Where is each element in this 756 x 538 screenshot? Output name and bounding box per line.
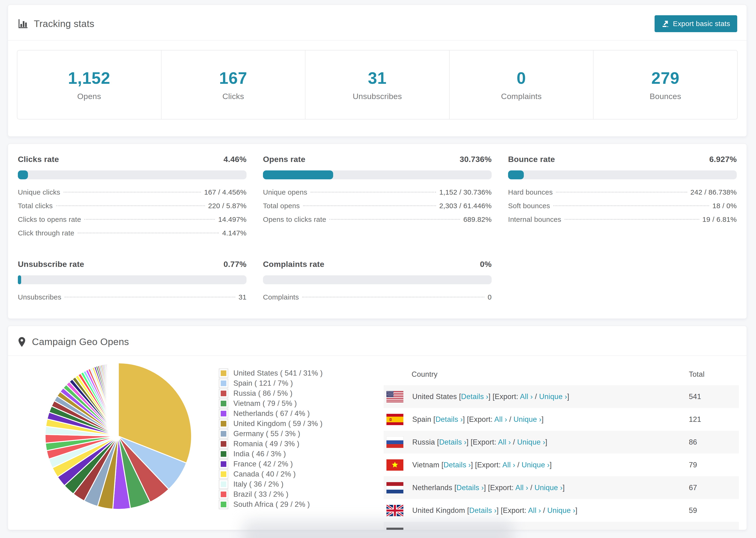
country-row-nl: Netherlands [Details ›] [Export: All › /… <box>384 476 739 499</box>
rate-title: Unsubscribe rate <box>18 260 84 269</box>
tracking-stats-card: Tracking stats Export basic stats 1,152O… <box>8 5 747 136</box>
rate-value: 4.46% <box>224 155 246 164</box>
dotted-leader <box>553 205 709 206</box>
slash: / <box>519 529 525 530</box>
legend-item-italy[interactable]: Italy ( 36 / 2% ) <box>219 479 323 489</box>
country-name: United Kingdom <box>412 506 465 514</box>
rate-detail-row: Unique clicks167 / 4.456% <box>18 188 246 202</box>
country-links: Russia [Details ›] [Export: All › / Uniq… <box>412 438 547 447</box>
export-unique-link[interactable]: Unique › <box>547 506 575 514</box>
slash: / <box>528 484 535 492</box>
export-unique-link[interactable]: Unique › <box>517 438 545 446</box>
bracket: ] <box>553 529 555 530</box>
rate-panel-bounce-rate: Bounce rate6.927%Hard bounces242 / 86.73… <box>508 155 737 243</box>
bracket: ] <box>567 393 569 401</box>
legend-item-india[interactable]: India ( 46 / 3% ) <box>219 449 323 459</box>
legend-item-germany[interactable]: Germany ( 55 / 3% ) <box>219 429 323 439</box>
rate-panel-header: Unsubscribe rate0.77% <box>18 260 246 269</box>
export-icon <box>662 20 669 27</box>
export-unique-link[interactable]: Unique › <box>513 415 542 423</box>
rate-detail-label: Unsubscribes <box>18 293 61 301</box>
legend-item-romania[interactable]: Romania ( 49 / 3% ) <box>219 439 323 449</box>
legend-item-canada[interactable]: Canada ( 40 / 2% ) <box>219 469 323 479</box>
legend-item-russia[interactable]: Russia ( 86 / 5% ) <box>219 388 323 398</box>
dotted-leader <box>556 192 687 192</box>
export-all-link[interactable]: All › <box>498 438 511 446</box>
rate-title: Complaints rate <box>263 260 324 269</box>
rate-detail-label: Hard bounces <box>508 188 553 196</box>
details-link[interactable]: Details › <box>444 461 471 469</box>
rate-detail-row: Internal bounces19 / 6.81% <box>508 215 737 229</box>
bracket: ] <box>545 438 547 446</box>
rate-detail-value: 18 / 0% <box>712 202 737 210</box>
details-link[interactable]: Details › <box>457 484 484 492</box>
export-unique-link[interactable]: Unique › <box>539 393 567 401</box>
details-link[interactable]: Details › <box>436 415 463 423</box>
details-link[interactable]: Details › <box>469 506 497 514</box>
rate-panel-clicks-rate: Clicks rate4.46%Unique clicks167 / 4.456… <box>18 155 246 243</box>
details-link[interactable]: Details › <box>439 438 466 446</box>
legend-swatch <box>219 429 228 439</box>
details-link[interactable]: Details › <box>461 393 488 401</box>
total-cell: 121 <box>689 415 739 424</box>
legend-item-brazil[interactable]: Brazil ( 33 / 2% ) <box>219 489 323 499</box>
country-row-es: Spain [Details ›] [Export: All › / Uniqu… <box>384 408 739 431</box>
rate-progress-fill <box>508 170 524 179</box>
export-label: ] [Export: <box>488 393 520 401</box>
rate-panel-header: Bounce rate6.927% <box>508 155 737 164</box>
export-basic-stats-button[interactable]: Export basic stats <box>655 15 737 32</box>
geo-opens-pie-chart <box>43 361 193 511</box>
export-all-link[interactable]: All › <box>520 393 533 401</box>
rate-detail-value: 19 / 6.81% <box>702 215 737 224</box>
flag-icon-vn <box>387 459 404 471</box>
legend-item-united-states[interactable]: United States ( 541 / 31% ) <box>219 368 323 378</box>
geo-country-table: Country Total United States [Details ›] … <box>384 364 739 530</box>
slash: / <box>541 506 547 514</box>
stat-value: 0 <box>517 69 526 87</box>
export-unique-link[interactable]: Unique › <box>525 529 553 530</box>
country-name: Netherlands <box>412 484 452 492</box>
dotted-leader <box>565 219 699 220</box>
export-all-link[interactable]: All › <box>503 461 515 469</box>
rate-detail-row: Soft bounces18 / 0% <box>508 202 737 215</box>
legend-item-spain[interactable]: Spain ( 121 / 7% ) <box>219 378 323 388</box>
legend-item-south-africa[interactable]: South Africa ( 29 / 2% ) <box>219 499 323 510</box>
flag-icon-ru <box>387 437 404 448</box>
legend-swatch <box>219 389 228 398</box>
stat-box-unsubscribes: 31Unsubscribes <box>305 50 449 119</box>
rate-detail-value: 242 / 86.738% <box>690 188 737 196</box>
page-title: Tracking stats <box>34 18 94 29</box>
pie-slice-other <box>118 363 118 436</box>
country-name: Spain <box>412 415 431 423</box>
legend-item-united-kingdom[interactable]: United Kingdom ( 59 / 3% ) <box>219 418 323 429</box>
export-unique-link[interactable]: Unique › <box>535 484 563 492</box>
bracket: [ <box>457 393 461 401</box>
export-all-link[interactable]: All › <box>515 484 528 492</box>
export-all-link[interactable]: All › <box>494 415 507 423</box>
rate-progress-fill <box>263 170 333 179</box>
rate-detail-label: Complaints <box>263 293 299 301</box>
rate-progress-fill <box>18 170 28 179</box>
legend-item-france[interactable]: France ( 42 / 2% ) <box>219 459 323 469</box>
bracket: ] <box>550 461 552 469</box>
rate-detail-row: Total opens2,303 / 61.446% <box>263 202 492 215</box>
total-cell: 67 <box>689 484 739 492</box>
country-links: Vietnam [Details ›] [Export: All › / Uni… <box>412 461 552 469</box>
export-all-link[interactable]: All › <box>528 506 541 514</box>
legend-item-vietnam[interactable]: Vietnam ( 79 / 5% ) <box>219 398 323 408</box>
rate-panel-complaints-rate: Complaints rate0%Complaints0 <box>263 260 492 307</box>
export-unique-link[interactable]: Unique › <box>521 461 550 469</box>
rate-progress-fill <box>18 275 21 284</box>
rate-detail-label: Soft bounces <box>508 202 550 210</box>
rate-detail-row: Clicks to opens rate14.497% <box>18 215 246 229</box>
legend-item-netherlands[interactable]: Netherlands ( 67 / 4% ) <box>219 408 323 418</box>
rate-detail-value: 31 <box>239 293 246 301</box>
total-cell: 86 <box>689 438 739 447</box>
bottom-shadow-blob <box>243 521 513 538</box>
slash: / <box>515 461 522 469</box>
rate-value: 6.927% <box>709 155 737 164</box>
dotted-leader <box>78 233 219 233</box>
rate-progress-bar <box>263 170 492 179</box>
bracket: [ <box>435 438 439 446</box>
total-cell: 59 <box>689 506 739 515</box>
